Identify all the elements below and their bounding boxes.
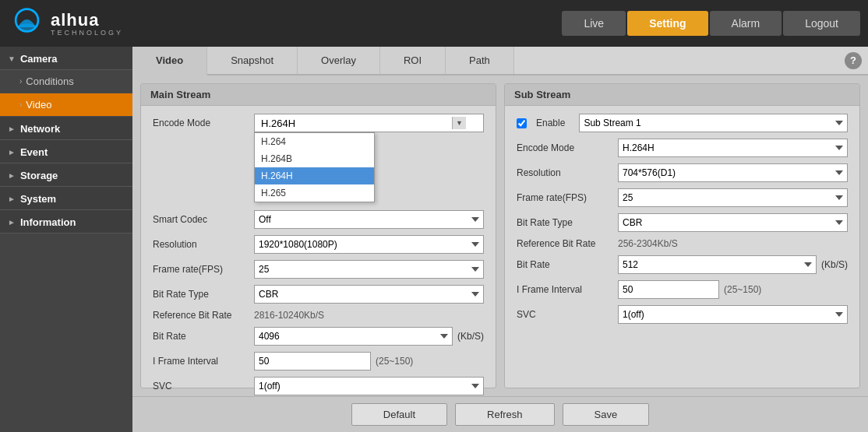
svc-row: SVC 1(off) <box>153 377 484 395</box>
tab-roi[interactable]: ROI <box>380 47 446 74</box>
sub-ref-bitrate-label: Reference Bit Rate <box>517 238 618 249</box>
bitrate-type-row: Bit Rate Type CBR <box>153 285 484 304</box>
encode-mode-trigger[interactable]: H.264H ▼ <box>254 114 484 132</box>
sidebar-video-label: Video <box>26 99 51 111</box>
sub-iframe-row: I Frame Interval (25~150) <box>517 280 848 299</box>
nav-alarm-button[interactable]: Alarm <box>710 11 782 36</box>
ref-bitrate-value: 2816-10240Kb/S <box>254 310 324 321</box>
tab-snapshot[interactable]: Snapshot <box>207 47 298 74</box>
sidebar-information-label: Information <box>20 216 76 228</box>
refresh-button[interactable]: Refresh <box>455 403 555 426</box>
logo-text: alhua <box>51 10 123 30</box>
bitrate-type-label: Bit Rate Type <box>153 289 254 300</box>
nav-live-button[interactable]: Live <box>562 11 626 36</box>
sub-encode-mode-select[interactable]: H.264H <box>618 139 848 157</box>
smart-codec-label: Smart Codec <box>153 214 254 225</box>
encode-mode-list: H.264 H.264B H.264H H.265 <box>254 132 375 202</box>
iframe-range: (25~150) <box>376 356 413 367</box>
nav-setting-button[interactable]: Setting <box>627 11 707 36</box>
ref-bitrate-row: Reference Bit Rate 2816-10240Kb/S <box>153 310 484 321</box>
sidebar-network-label: Network <box>20 123 60 135</box>
sub-stream-select[interactable]: Sub Stream 1 <box>579 114 848 132</box>
encode-mode-arrow-icon: ▼ <box>452 117 466 129</box>
svc-select[interactable]: 1(off) <box>254 377 484 395</box>
resolution-label: Resolution <box>153 239 254 250</box>
sub-ref-bitrate-row: Reference Bit Rate 256-2304Kb/S <box>517 238 848 249</box>
tab-path[interactable]: Path <box>446 47 514 74</box>
encode-option-h264b[interactable]: H.264B <box>255 150 374 167</box>
sub-iframe-range: (25~150) <box>724 284 761 295</box>
tabs-bar: Video Snapshot Overlay ROI Path ? <box>132 47 868 76</box>
encode-mode-dropdown[interactable]: H.264H ▼ H.264 H.264B H.264H H.265 <box>254 114 484 132</box>
sub-resolution-row: Resolution 704*576(D1) <box>517 163 848 182</box>
sidebar-camera-label: Camera <box>20 53 58 65</box>
sidebar-event-section[interactable]: ► Event <box>0 140 132 163</box>
ref-bitrate-label: Reference Bit Rate <box>153 310 254 321</box>
sidebar-event-label: Event <box>20 146 48 158</box>
resolution-select[interactable]: 1920*1080(1080P) <box>254 235 484 254</box>
sub-iframe-input[interactable] <box>618 280 719 299</box>
sub-enable-label: Enable <box>536 118 565 128</box>
smart-codec-select[interactable]: Off <box>254 210 484 229</box>
conditions-chevron-icon: › <box>19 77 22 86</box>
sub-svc-label: SVC <box>517 309 618 320</box>
default-button[interactable]: Default <box>351 403 447 426</box>
bitrate-row: Bit Rate 4096 (Kb/S) <box>153 327 484 346</box>
help-icon[interactable]: ? <box>845 52 862 69</box>
svc-label: SVC <box>153 381 254 392</box>
sidebar-information-section[interactable]: ► Information <box>0 210 132 234</box>
encode-mode-label: Encode Mode <box>153 118 254 128</box>
encode-option-h264[interactable]: H.264 <box>255 133 374 150</box>
content-area: Video Snapshot Overlay ROI Path ? Main S… <box>132 47 868 432</box>
sidebar-network-section[interactable]: ► Network <box>0 117 132 140</box>
sub-iframe-label: I Frame Interval <box>517 284 618 295</box>
encode-mode-row: Encode Mode H.264H ▼ H.264 H.264B H.264H… <box>153 114 484 132</box>
framerate-label: Frame rate(FPS) <box>153 264 254 275</box>
encode-option-h265[interactable]: H.265 <box>255 184 374 202</box>
sidebar-conditions-label: Conditions <box>26 76 73 87</box>
sub-bitrate-type-row: Bit Rate Type CBR <box>517 213 848 232</box>
tab-video[interactable]: Video <box>132 47 207 76</box>
sub-resolution-select[interactable]: 704*576(D1) <box>618 163 848 182</box>
sub-resolution-label: Resolution <box>517 167 618 178</box>
sub-ref-bitrate-value: 256-2304Kb/S <box>618 238 678 249</box>
bitrate-suffix: (Kb/S) <box>457 331 484 342</box>
encode-option-h264h[interactable]: H.264H <box>255 167 374 184</box>
sub-enable-row: Enable Sub Stream 1 <box>517 114 848 132</box>
sub-bitrate-suffix: (Kb/S) <box>821 259 848 270</box>
sidebar-item-video[interactable]: › Video <box>0 93 132 117</box>
iframe-row: I Frame Interval (25~150) <box>153 352 484 371</box>
sub-bitrate-label: Bit Rate <box>517 259 618 270</box>
sub-bitrate-select[interactable]: 512 <box>618 255 817 274</box>
smart-codec-row: Smart Codec Off <box>153 210 484 229</box>
sidebar-storage-label: Storage <box>20 170 58 181</box>
bitrate-type-select[interactable]: CBR <box>254 285 484 304</box>
bitrate-select[interactable]: 4096 <box>254 327 453 346</box>
sidebar-camera-section[interactable]: ▼ Camera <box>0 47 132 70</box>
main-layout: ▼ Camera › Conditions › Video ► Network … <box>0 47 868 432</box>
save-button[interactable]: Save <box>563 403 650 426</box>
framerate-select[interactable]: 25 <box>254 260 484 279</box>
logo-sub: TECHNOLOGY <box>51 29 123 37</box>
sub-bitrate-type-select[interactable]: CBR <box>618 213 848 232</box>
sub-svc-select[interactable]: 1(off) <box>618 305 848 324</box>
sidebar-item-conditions[interactable]: › Conditions <box>0 70 132 93</box>
nav-buttons: Live Setting Alarm Logout <box>562 11 860 36</box>
storage-chevron-icon: ► <box>8 171 16 180</box>
event-chevron-icon: ► <box>8 148 16 156</box>
iframe-input[interactable] <box>254 352 371 371</box>
sub-enable-checkbox[interactable] <box>517 118 527 128</box>
sub-stream-title: Sub Stream <box>505 84 859 106</box>
logo: alhua TECHNOLOGY <box>8 6 123 41</box>
logo-icon <box>8 6 47 41</box>
tab-overlay[interactable]: Overlay <box>298 47 380 74</box>
system-chevron-icon: ► <box>8 195 16 203</box>
sub-framerate-label: Frame rate(FPS) <box>517 192 618 203</box>
sidebar-storage-section[interactable]: ► Storage <box>0 163 132 187</box>
nav-logout-button[interactable]: Logout <box>783 11 860 36</box>
sub-framerate-select[interactable]: 25 <box>618 188 848 207</box>
sub-stream-panel: Sub Stream Enable Sub Stream 1 Encode Mo… <box>504 83 860 388</box>
main-stream-body: Encode Mode H.264H ▼ H.264 H.264B H.264H… <box>141 106 496 396</box>
svg-point-1 <box>18 23 36 30</box>
sidebar-system-section[interactable]: ► System <box>0 187 132 210</box>
